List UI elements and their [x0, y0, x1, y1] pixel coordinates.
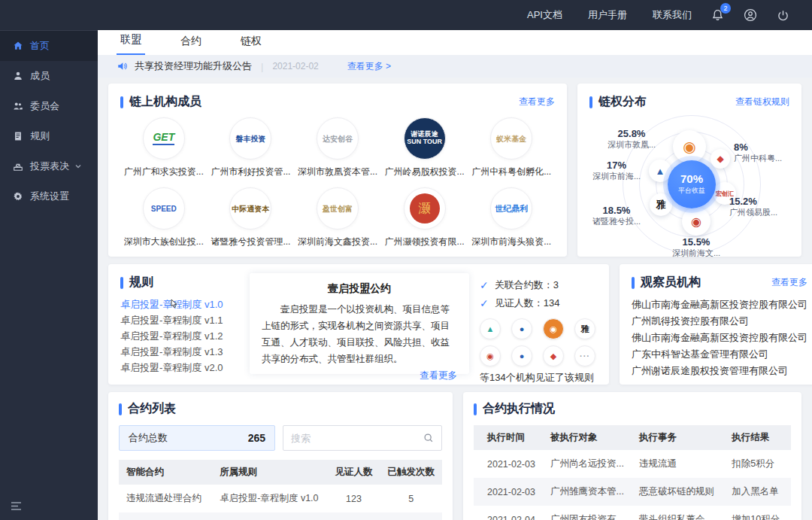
member-item[interactable]: 磐丰投资广州市利好投资管... — [208, 117, 295, 178]
member-logo: 达安创谷 — [317, 117, 359, 160]
witness-more-icon[interactable]: ··· — [574, 345, 595, 366]
member-item[interactable]: SPEED深圳市大族创业投... — [120, 187, 208, 248]
table-row[interactable]: 2021-02-04广州固友投资有... 带头组织私董会增加10积分 — [474, 506, 791, 520]
members-more-link[interactable]: 查看更多 — [519, 96, 555, 108]
sidebar-item-settings[interactable]: 系统设置 — [0, 181, 98, 211]
chevron-down-icon[interactable] — [74, 163, 89, 170]
pact-more-link[interactable]: 查看更多 — [262, 369, 457, 382]
member-item[interactable]: 蚁米基金广州中科粤创孵化... — [468, 117, 555, 178]
member-name: 深圳市大族创业投... — [124, 236, 204, 248]
member-item[interactable]: 盈世创富深圳前海文鑫投资... — [294, 187, 381, 248]
member-logo: 蚁米基金 — [490, 117, 532, 160]
witness-icons: ▲ ● ◉ 雅 ◉ ● ◆ ··· — [480, 318, 597, 366]
pact-title: 壹启投盟公约 — [262, 282, 457, 296]
tab-alliance[interactable]: 联盟 — [117, 33, 145, 55]
observer-item: 广州凯得投资控股有限公司 — [632, 313, 807, 330]
witness-org-icon: 雅 — [574, 318, 595, 339]
logout-power-icon[interactable] — [777, 9, 789, 22]
link-api-docs[interactable]: API文档 — [527, 8, 562, 22]
member-name: 广州岭易股权投资... — [385, 166, 465, 178]
sidebar-item-committee[interactable]: 委员会 — [0, 91, 98, 121]
notification-bell-icon[interactable]: 2 — [711, 8, 724, 22]
card-title: 合约列表 — [119, 401, 442, 417]
table-row[interactable]: 违规流通处理合约卓启投盟-章程制度 v1.0 1235 — [119, 485, 442, 512]
witness-org-icon: ◉ — [543, 318, 564, 339]
announcement-date: 2021-02-02 — [272, 61, 318, 71]
divider: | — [261, 61, 263, 72]
witness-org-icon: ◉ — [480, 345, 501, 366]
sidebar-item-voting[interactable]: 投票表决 — [0, 151, 98, 181]
bubble-org-6: ◉ — [682, 207, 710, 236]
observer-item: 广东中科智达基金管理有限公司 — [632, 346, 807, 363]
member-item[interactable]: 灏广州灏领投资有限... — [381, 187, 468, 248]
member-item[interactable]: 谢诺辰途 SUN TOUR广州岭易股权投资... — [381, 117, 468, 178]
sidebar-item-rules[interactable]: 规则 — [0, 121, 98, 151]
rights-rules-link[interactable]: 查看链权规则 — [735, 96, 789, 108]
rule-version-link[interactable]: 卓启投盟-章程制度 v1.0 — [120, 296, 239, 312]
card-contract-execution: 合约执行情况 执行时间 被执行对象 执行事务 执行结果 2021-02-03广州… — [463, 392, 801, 520]
main-content: 联盟 合约 链权 共享投资经理功能升级公告 | 2021-02-02 查看更多 … — [98, 30, 812, 520]
check-icon: ✓ — [480, 276, 489, 294]
member-item[interactable]: 达安创谷深圳市敦凰资本管... — [294, 117, 381, 178]
bubble-label: 15.5%深圳前海文... — [662, 236, 731, 259]
member-logo: GET — [143, 117, 185, 160]
member-item[interactable]: 世纪鼎利深圳市前海头狼资... — [468, 187, 555, 248]
bubble-platform-center: 70% 平台收益 — [668, 160, 716, 208]
observer-item: 广州谢诺辰途股权投资管理有限公司 — [632, 363, 807, 379]
card-title: 链上机构成员 — [120, 94, 201, 110]
sidebar-label: 系统设置 — [30, 190, 69, 203]
announcement-more-link[interactable]: 查看更多 > — [347, 60, 391, 73]
announcement-text[interactable]: 共享投资经理功能升级公告 — [135, 59, 252, 73]
check-icon: ✓ — [480, 294, 489, 312]
link-contact-us[interactable]: 联系我们 — [653, 8, 692, 22]
observers-list: 佛山市南海金融高新区投资控股有限公司 广州凯得投资控股有限公司 佛山市南海金融高… — [632, 296, 807, 379]
search-input[interactable] — [291, 433, 423, 444]
title-marker — [632, 277, 635, 289]
card-title: 规则 — [120, 275, 239, 290]
title-marker — [474, 403, 477, 415]
sidebar-label: 首页 — [30, 39, 50, 53]
table-row[interactable]: 2021-02-03广州尚名远投资... 违规流通扣除5积分 — [474, 450, 791, 478]
link-user-manual[interactable]: 用户手册 — [588, 8, 627, 22]
member-item[interactable]: 中际通资本诸暨雅兮投资管理... — [208, 187, 295, 248]
tab-contract[interactable]: 合约 — [177, 35, 205, 55]
observers-more-link[interactable]: 查看更多 — [771, 276, 807, 289]
card-observers: 观察员机构 查看更多 佛山市南海金融高新区投资控股有限公司 广州凯得投资控股有限… — [620, 264, 812, 385]
sidebar-label: 委员会 — [30, 99, 59, 113]
witness-org-icon: ● — [511, 345, 532, 366]
member-name: 深圳市前海头狼资... — [471, 236, 551, 248]
pact-panel: 壹启投盟公约 壹启投盟是一个以投资机构、项目信息等上链的形式，实现各机构之间资源… — [250, 273, 469, 374]
sidebar-label: 投票表决 — [30, 160, 69, 173]
rule-version-link[interactable]: 卓启投盟-章程制度 v1.2 — [120, 328, 239, 344]
bubble-label: 8%广州中科粤... — [734, 141, 798, 164]
search-icon[interactable] — [423, 433, 434, 443]
total-value: 265 — [248, 432, 265, 444]
tab-chain-rights[interactable]: 链权 — [237, 35, 265, 55]
member-item[interactable]: GET广州广和求实投资... — [120, 117, 208, 178]
col-header: 已触发次数 — [380, 460, 442, 485]
sidebar-nav: 首页 成员 委员会 规则 投票表决 系统设置 — [0, 30, 98, 520]
sidebar-collapse-icon[interactable] — [11, 501, 22, 511]
member-name: 广州市利好投资管... — [211, 166, 290, 178]
bubble-label: 18.5%诸暨雅兮投... — [585, 205, 648, 227]
sidebar-item-members[interactable]: 成员 — [0, 61, 98, 91]
witness-org-icon: ◆ — [543, 345, 564, 366]
rule-version-link[interactable]: 卓启投盟-章程制度 v1.3 — [120, 344, 239, 360]
table-row[interactable]: 2021-02-03广州雏鹰资本管... 恶意破坏链的规则加入黑名单 — [474, 478, 791, 506]
user-avatar-icon[interactable] — [744, 8, 757, 22]
col-header: 被执行对象 — [543, 425, 632, 450]
stat-witness-count: ✓ 见证人数：134 — [480, 294, 597, 312]
rights-bubble-chart: ◉ ◆ ▲ 宏创汇 雅 ◉ 70% 平台收益 25.8%深圳市敦凰... 8%广… — [589, 113, 789, 250]
card-rights-distribution: 链权分布 查看链权规则 ◉ ◆ ▲ 宏创汇 雅 ◉ 70% 平台收益 — [577, 84, 801, 257]
member-logo: 谢诺辰途 SUN TOUR — [404, 117, 446, 160]
rule-version-link[interactable]: 卓启投盟-章程制度 v1.1 — [120, 312, 239, 328]
member-name: 诸暨雅兮投资管理... — [211, 236, 290, 248]
col-header: 执行时间 — [474, 425, 543, 450]
member-logo: 世纪鼎利 — [490, 187, 532, 230]
bubble-org-1: ◉ — [673, 130, 706, 163]
total-label: 合约总数 — [129, 431, 168, 445]
top-tabs: 联盟 合约 链权 — [98, 30, 812, 55]
sidebar-item-home[interactable]: 首页 — [0, 31, 98, 61]
rule-version-link[interactable]: 卓启投盟-章程制度 v2.0 — [120, 360, 239, 376]
table-row[interactable]: 项目互通合约卓启投盟-章程制度 v1.0 22518 — [119, 512, 442, 520]
